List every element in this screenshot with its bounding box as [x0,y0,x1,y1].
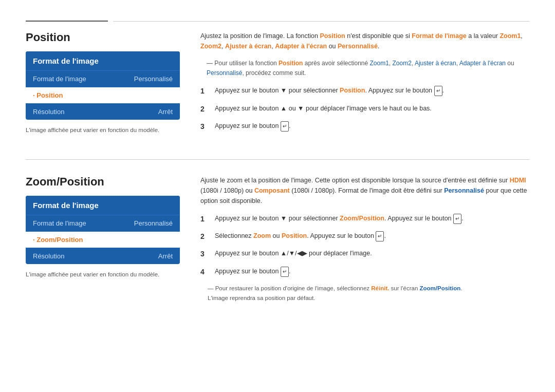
position-menu-row-1: Format de l'image Personnalisé [26,71,180,87]
position-menu-label-3: Résolution [33,108,64,116]
zoom-menu-row-3: Résolution Arrêt [26,248,180,264]
zoom-menu-value-3: Arrêt [158,252,173,260]
zoom-menu-label-3: Résolution [33,252,64,260]
position-title: Position [26,31,180,44]
zoom-menu-row-1: Format de l'image Personnalisé [26,215,180,232]
position-step-2: 2 Appuyez sur le bouton ▲ ou ▼ pour dépl… [200,103,529,115]
zoom-description: Ajuste le zoom et la position de l'image… [200,175,529,206]
zoom-step-3: 3 Appuyez sur le bouton ▲/▼/◀▶ pour dépl… [200,248,529,259]
position-menu-row-3: Résolution Arrêt [26,104,180,120]
position-note: L'image affichée peut varier en fonction… [26,127,180,133]
position-description: Ajustez la position de l'image. La fonct… [200,31,529,51]
zoom-menu-value-1: Personnalisé [134,219,173,227]
position-menu-box: Format de l'image Format de l'image Pers… [26,51,180,120]
zoom-menu-box: Format de l'image Format de l'image Pers… [26,196,180,264]
zoom-left-col: Zoom/Position Format de l'image Format d… [26,175,180,303]
zoom-note: L'image affichée peut varier en fonction… [26,271,180,277]
position-steps: 1 Appuyez sur le bouton ▼ pour sélection… [200,85,529,132]
position-right-col: Ajustez la position de l'image. La fonct… [200,31,529,139]
zoom-menu-row-2: · Zoom/Position [26,232,180,248]
zoom-steps: 1 Appuyez sur le bouton ▼ pour sélection… [200,213,529,278]
position-step-3: 3 Appuyez sur le bouton ↵. [200,121,529,132]
position-left-col: Position Format de l'image Format de l'i… [26,31,180,139]
zoom-step-2: 2 Sélectionnez Zoom ou Position. Appuyez… [200,231,529,242]
section-divider [26,159,529,160]
position-note-block: Pour utiliser la fonction Position après… [200,59,529,78]
position-menu-value-3: Arrêt [158,108,173,116]
position-menu-header: Format de l'image [26,51,180,71]
position-menu-label-2: · Position [33,91,63,99]
zoom-right-col: Ajuste le zoom et la position de l'image… [200,175,529,303]
position-step-1: 1 Appuyez sur le bouton ▼ pour sélection… [200,85,529,97]
zoom-note-bottom: Pour restaurer la position d'origine de … [200,284,529,303]
zoom-menu-label-2: · Zoom/Position [33,236,83,244]
position-menu-value-1: Personnalisé [134,75,173,83]
position-menu-label-1: Format de l'image [33,75,86,83]
zoom-title: Zoom/Position [26,175,180,189]
zoom-section: Zoom/Position Format de l'image Format d… [26,175,529,303]
zoom-menu-label-1: Format de l'image [33,219,86,227]
position-section: Position Format de l'image Format de l'i… [26,31,529,139]
zoom-menu-header: Format de l'image [26,196,180,215]
thin-divider [113,21,529,22]
zoom-step-4: 4 Appuyez sur le bouton ↵. [200,266,529,277]
zoom-step-1: 1 Appuyez sur le bouton ▼ pour sélection… [200,213,529,225]
position-menu-row-2: · Position [26,87,180,104]
thick-divider [26,21,108,22]
top-divider-row [26,21,529,22]
